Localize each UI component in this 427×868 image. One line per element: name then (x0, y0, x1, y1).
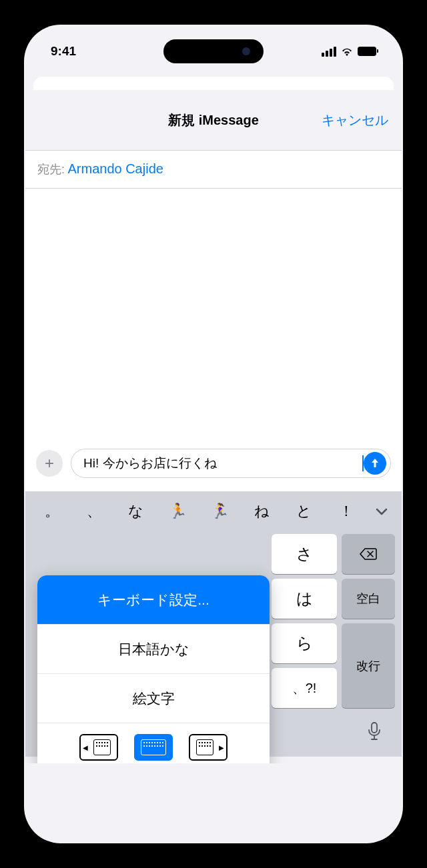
microphone-icon (367, 721, 382, 741)
layout-left-button[interactable]: ◀ (79, 734, 118, 761)
message-text: Hi! 今からお店に行くね (83, 455, 362, 472)
battery-icon (358, 47, 376, 56)
keyboard-kana-button[interactable]: 日本語かな (37, 625, 270, 674)
expand-suggestions-button[interactable] (367, 507, 396, 515)
suggestion-0[interactable]: 。 (31, 501, 73, 521)
message-input[interactable]: Hi! 今からお店に行くね (71, 449, 391, 478)
key-ha[interactable]: は (272, 579, 337, 619)
suggestion-1[interactable]: 、 (73, 501, 115, 521)
status-time: 9:41 (51, 44, 76, 59)
suggestion-6[interactable]: と (283, 501, 325, 521)
suggestion-7[interactable]: ！ (325, 501, 367, 521)
suggestion-5[interactable]: ね (241, 501, 283, 521)
space-key[interactable]: 空白 (342, 579, 395, 619)
cancel-button[interactable]: キャンセル (322, 111, 388, 129)
cellular-icon (322, 47, 336, 57)
send-button[interactable] (364, 452, 386, 475)
backspace-key[interactable] (342, 534, 395, 574)
keyboard: 。 、 な 🏃 🏃‍♀️ ね と ！ キーボード設定... (25, 491, 402, 757)
keyboard-settings-button[interactable]: キーボード設定... (37, 575, 270, 625)
recipient-field[interactable]: 宛先: Armando Cajide (25, 150, 402, 189)
key-sa[interactable]: さ (272, 534, 337, 574)
suggestion-2[interactable]: な (115, 501, 157, 521)
new-message-modal: 新規 iMessage キャンセル 宛先: Armando Cajide + H… (25, 90, 402, 763)
keyboard-icon (196, 739, 214, 755)
suggestion-3[interactable]: 🏃 (157, 503, 199, 520)
modal-background-card (33, 77, 394, 90)
arrow-up-icon (369, 457, 381, 469)
recipient-name: Armando Cajide (67, 161, 163, 176)
nav-bar: 新規 iMessage キャンセル (25, 90, 402, 150)
status-icons (322, 47, 376, 57)
layout-center-button[interactable] (134, 734, 173, 761)
keyboard-emoji-button[interactable]: 絵文字 (37, 674, 270, 723)
dynamic-island (163, 39, 264, 63)
keyboard-icon (93, 739, 111, 755)
key-ra[interactable]: ら (272, 623, 337, 663)
chevron-left-icon: ◀ (83, 744, 88, 751)
add-attachment-button[interactable]: + (36, 450, 63, 477)
keyboard-layout-row: ◀ ▶ (37, 723, 270, 763)
dictation-button[interactable] (363, 720, 386, 743)
svg-rect-3 (372, 723, 377, 733)
suggestion-bar: 。 、 な 🏃 🏃‍♀️ ね と ！ (25, 491, 402, 531)
backspace-icon (359, 547, 378, 561)
wifi-icon (340, 47, 354, 57)
layout-right-button[interactable]: ▶ (189, 734, 228, 761)
return-key[interactable]: 改行 (342, 623, 395, 708)
chevron-down-icon (376, 507, 388, 515)
keyboard-switcher-popup: キーボード設定... 日本語かな 絵文字 ◀ (37, 575, 270, 763)
key-punctuation[interactable]: 、?! (272, 668, 337, 708)
recipient-label: 宛先: (37, 163, 65, 176)
conversation-area[interactable] (25, 189, 402, 442)
nav-title: 新規 iMessage (168, 111, 259, 129)
suggestion-4[interactable]: 🏃‍♀️ (199, 503, 241, 520)
compose-bar: + Hi! 今からお店に行くね (25, 442, 402, 491)
chevron-right-icon: ▶ (219, 744, 224, 751)
keyboard-icon (141, 739, 166, 755)
